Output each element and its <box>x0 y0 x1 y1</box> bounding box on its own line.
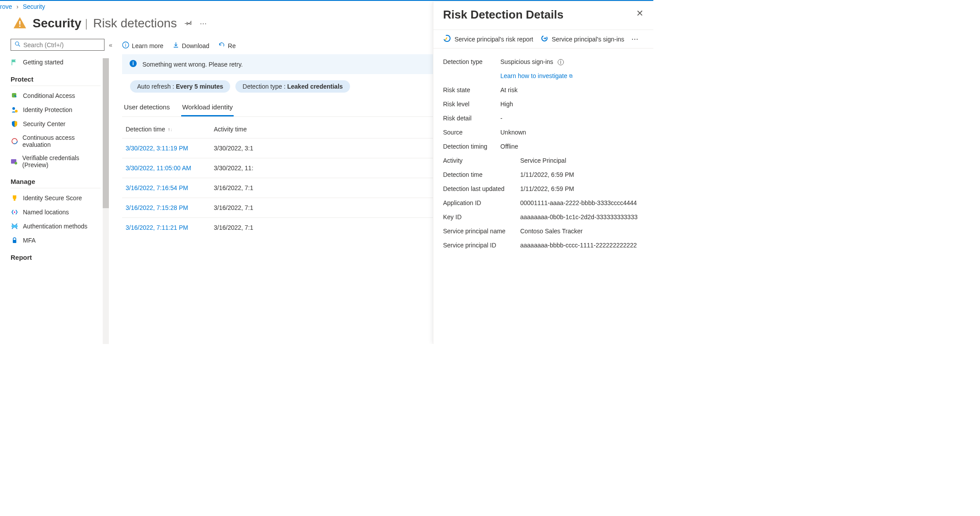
column-detection-time[interactable]: Detection time ↑↓ <box>126 126 214 133</box>
download-icon <box>172 41 179 50</box>
details-toolbar: Service principal's risk report Service … <box>433 30 653 49</box>
page-subtitle: Risk detections <box>93 16 177 30</box>
more-icon[interactable]: ⋯ <box>631 35 639 43</box>
detection-time-link[interactable]: 3/16/2022, 7:15:28 PM <box>126 204 188 211</box>
breadcrumb-item-security[interactable]: Security <box>23 3 45 10</box>
pill-value: Leaked credentials <box>287 83 343 90</box>
detail-val-detection-type: Suspicious sign-ins i <box>500 58 644 65</box>
detail-key-detection-time: Detection time <box>443 171 520 178</box>
detail-key-detection-type: Detection type <box>443 58 500 65</box>
svg-rect-0 <box>19 21 21 25</box>
sign-ins-button[interactable]: Service principal's sign-ins <box>540 34 625 44</box>
toolbar-label: Download <box>182 42 209 49</box>
sidebar-section-report: Report <box>11 247 101 264</box>
pill-value: Every 5 minutes <box>176 83 223 90</box>
svg-line-3 <box>19 45 20 47</box>
tab-user-detections[interactable]: User detections <box>123 99 171 116</box>
sidebar: « Getting started Protect Conditional Ac… <box>0 39 106 344</box>
learn-more-button[interactable]: i Learn more <box>122 41 164 50</box>
toolbar-label: Re <box>228 42 236 49</box>
detection-time-link[interactable]: 3/30/2022, 11:05:00 AM <box>126 165 191 172</box>
info-filled-icon: i <box>129 60 137 69</box>
more-icon[interactable]: ⋯ <box>200 19 207 28</box>
sidebar-item-label: Continuous access evaluation <box>22 134 101 148</box>
refresh-icon <box>218 41 225 50</box>
learn-investigate-link[interactable]: Learn how to investigate ⧉ <box>500 72 573 79</box>
sidebar-item-conditional-access[interactable]: Conditional Access <box>11 89 101 103</box>
trophy-icon <box>11 194 19 202</box>
sidebar-item-label: Identity Secure Score <box>23 194 82 202</box>
sidebar-item-label: MFA <box>23 237 36 244</box>
detection-time-link[interactable]: 3/16/2022, 7:16:54 PM <box>126 184 188 191</box>
sidebar-item-verifiable-credentials[interactable]: Verifiable credentials (Preview) <box>11 151 101 172</box>
detail-val-app-id: 00001111-aaaa-2222-bbbb-3333cccc4444 <box>520 199 644 206</box>
breadcrumb-item-rove[interactable]: rove <box>0 3 12 10</box>
search-input[interactable] <box>23 41 101 49</box>
svg-rect-1 <box>19 26 21 27</box>
sidebar-item-mfa[interactable]: MFA <box>11 233 101 247</box>
detail-val-sp-name: Contoso Sales Tracker <box>520 228 644 235</box>
detail-val-detection-updated: 1/11/2022, 6:59 PM <box>520 185 644 192</box>
sidebar-item-label: Authentication methods <box>23 223 87 230</box>
detail-key-source: Source <box>443 129 500 136</box>
svg-point-7 <box>15 110 18 112</box>
sidebar-item-label: Getting started <box>23 59 63 66</box>
sidebar-item-label: Named locations <box>23 209 69 216</box>
refresh-button[interactable]: Re <box>218 41 236 50</box>
toolbar-label: Learn more <box>132 42 164 49</box>
search-input-wrapper[interactable] <box>11 39 104 51</box>
sidebar-item-continuous-access[interactable]: Continuous access evaluation <box>11 131 101 151</box>
detail-val-activity: Service Principal <box>520 157 644 164</box>
column-label: Detection time <box>126 126 165 133</box>
sidebar-item-identity-protection[interactable]: Identity Protection <box>11 103 101 117</box>
user-shield-icon <box>11 106 19 114</box>
link-label: Learn how to investigate <box>500 72 567 79</box>
detection-type-pill[interactable]: Detection type : Leaked credentials <box>235 80 350 93</box>
sign-in-icon <box>540 34 548 44</box>
sidebar-item-named-locations[interactable]: Named locations <box>11 205 101 219</box>
sidebar-item-label: Identity Protection <box>23 106 72 113</box>
svg-rect-14 <box>11 225 18 228</box>
detail-val-risk-detail: - <box>500 115 644 122</box>
close-icon[interactable]: ✕ <box>636 8 644 19</box>
auto-refresh-pill[interactable]: Auto refresh : Every 5 minutes <box>130 80 230 93</box>
download-button[interactable]: Download <box>172 41 209 50</box>
pin-icon[interactable] <box>185 19 192 28</box>
pill-label: Detection type : <box>242 83 287 90</box>
sidebar-item-secure-score[interactable]: Identity Secure Score <box>11 191 101 205</box>
info-icon[interactable]: i <box>558 59 564 65</box>
detail-key-empty <box>443 72 500 79</box>
page-title: Security <box>33 16 82 30</box>
external-link-icon: ⧉ <box>569 73 573 79</box>
detail-key-detection-timing: Detection timing <box>443 143 500 150</box>
search-icon <box>15 41 21 49</box>
title-separator: | <box>85 17 88 30</box>
detail-val-detection-timing: Offline <box>500 143 644 150</box>
activity-time-cell: 3/30/2022, 11: <box>214 165 284 172</box>
sidebar-item-security-center[interactable]: Security Center <box>11 117 101 131</box>
chevron-right-icon: › <box>16 3 19 10</box>
detail-key-activity: Activity <box>443 157 520 164</box>
refresh-shield-icon <box>11 137 18 145</box>
sidebar-scrollbar[interactable] <box>103 58 109 344</box>
detail-key-detection-updated: Detection last updated <box>443 185 520 192</box>
sidebar-section-manage: Manage <box>11 172 101 188</box>
detection-time-link[interactable]: 3/30/2022, 3:11:19 PM <box>126 145 188 152</box>
sidebar-item-auth-methods[interactable]: Authentication methods <box>11 219 101 233</box>
sidebar-section-protect: Protect <box>11 69 101 86</box>
svg-point-11 <box>15 162 17 165</box>
tab-workload-identity[interactable]: Workload identity <box>181 99 234 116</box>
code-brackets-icon <box>11 208 19 216</box>
pill-label: Auto refresh : <box>137 83 176 90</box>
risk-report-button[interactable]: Service principal's risk report <box>443 34 533 44</box>
detail-key-app-id: Application ID <box>443 199 520 206</box>
detection-time-link[interactable]: 3/16/2022, 7:11:21 PM <box>126 224 188 231</box>
detail-val-risk-level: High <box>500 101 644 108</box>
error-text: Something went wrong. Please retry. <box>142 61 243 68</box>
sidebar-item-getting-started[interactable]: Getting started <box>11 55 101 69</box>
card-icon <box>11 157 18 165</box>
column-activity-time[interactable]: Activity time <box>214 126 284 133</box>
flag-icon <box>11 58 19 66</box>
sidebar-item-label: Conditional Access <box>23 92 75 99</box>
collapse-sidebar-icon[interactable]: « <box>109 41 112 49</box>
